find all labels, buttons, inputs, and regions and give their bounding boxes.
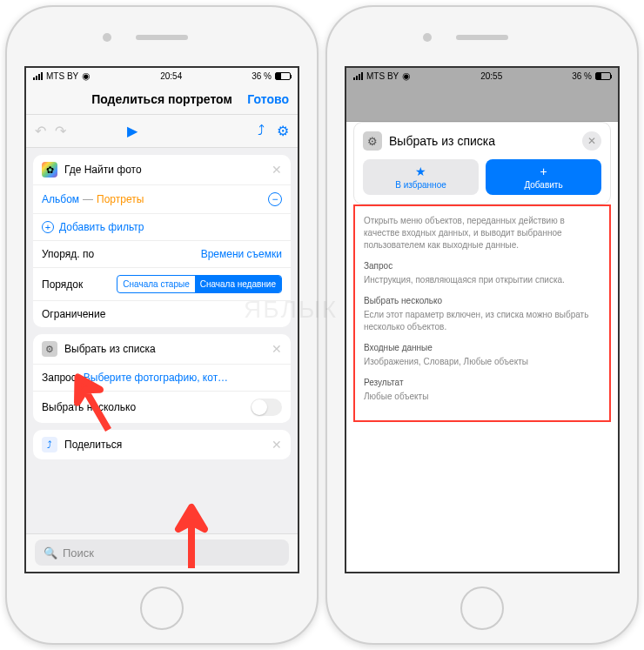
content-area[interactable]: ✿ Где Найти фото ✕ Альбом — Портреты − +… bbox=[26, 148, 298, 533]
status-bar: MTS BY ◉ 20:54 36 % bbox=[26, 68, 298, 84]
info-text: Изображения, Словари, Любые объекты bbox=[364, 357, 528, 366]
screen-right: MTS BY ◉ 20:55 36 % ⚙ Выбрать из списка … bbox=[345, 66, 620, 573]
add-button[interactable]: + Добавить bbox=[486, 159, 601, 195]
toolbar: ↶ ↷ ▶ ⤴ ⚙ bbox=[26, 115, 298, 148]
phone-camera bbox=[103, 33, 111, 42]
info-panel: ⚙ Выбрать из списка ✕ ★ В избранное + До… bbox=[353, 122, 611, 204]
order-segmented[interactable]: Сначала старые Сначала недавние bbox=[117, 275, 282, 293]
battery-percent: 36 % bbox=[252, 71, 272, 81]
phone-camera bbox=[423, 33, 432, 42]
settings-toggle-icon[interactable]: ⚙ bbox=[277, 123, 289, 139]
sort-by-value: Времени съемки bbox=[201, 248, 282, 260]
info-heading: Запрос bbox=[364, 260, 600, 272]
sort-by-label: Упоряд. по bbox=[42, 248, 94, 260]
star-icon: ★ bbox=[415, 164, 426, 178]
close-icon[interactable]: ✕ bbox=[582, 131, 601, 151]
close-icon[interactable]: ✕ bbox=[272, 438, 282, 452]
panel-title: Выбрать из списка bbox=[389, 134, 582, 148]
play-icon[interactable]: ▶ bbox=[127, 123, 138, 139]
share-icon: ⤴ bbox=[42, 437, 57, 452]
close-icon[interactable]: ✕ bbox=[272, 342, 282, 356]
plus-icon: + bbox=[42, 221, 54, 233]
info-description: Открыть меню объектов, переданных действ… bbox=[364, 215, 600, 251]
photos-icon: ✿ bbox=[42, 162, 57, 178]
order-row: Порядок Сначала старые Сначала недавние bbox=[33, 268, 291, 301]
album-row[interactable]: Альбом — Портреты − bbox=[33, 185, 291, 214]
select-multiple-toggle[interactable] bbox=[251, 399, 282, 416]
panel-tabs: ★ В избранное + Добавить bbox=[354, 159, 610, 204]
share-icon[interactable]: ⤴ bbox=[258, 123, 265, 139]
phone-speaker bbox=[136, 35, 188, 40]
album-value: Портреты bbox=[97, 193, 144, 205]
add-filter-label: Добавить фильтр bbox=[59, 221, 144, 233]
info-text: Инструкция, появляющаяся при открытии сп… bbox=[364, 275, 565, 285]
nav-bar: Поделиться портретом Готово bbox=[26, 84, 298, 115]
info-text: Если этот параметр включен, из списка мо… bbox=[364, 310, 588, 332]
plus-icon: + bbox=[540, 164, 547, 178]
carrier-label: MTS BY bbox=[46, 71, 78, 81]
find-photos-card: ✿ Где Найти фото ✕ Альбом — Портреты − +… bbox=[33, 155, 291, 327]
sort-by-row[interactable]: Упоряд. по Времени съемки bbox=[33, 241, 291, 268]
add-label: Добавить bbox=[524, 180, 562, 190]
info-text: Любые объекты bbox=[364, 392, 428, 401]
search-icon: 🔍 bbox=[44, 546, 57, 560]
search-bar: 🔍 Поиск bbox=[26, 533, 298, 572]
search-placeholder: Поиск bbox=[63, 546, 94, 560]
limit-row[interactable]: Ограничение bbox=[33, 301, 291, 327]
done-button[interactable]: Готово bbox=[247, 92, 289, 106]
status-time: 20:54 bbox=[160, 71, 182, 81]
gear-icon: ⚙ bbox=[42, 341, 57, 357]
order-oldest[interactable]: Сначала старые bbox=[117, 276, 194, 292]
album-label: Альбом bbox=[42, 193, 79, 205]
home-button[interactable] bbox=[140, 586, 184, 630]
gear-icon: ⚙ bbox=[363, 131, 382, 151]
remove-icon[interactable]: − bbox=[268, 192, 282, 206]
screen-left: MTS BY ◉ 20:54 36 % Поделиться портретом… bbox=[24, 66, 299, 573]
card-title: Выбрать из списка bbox=[64, 343, 272, 355]
phone-right: MTS BY ◉ 20:55 36 % ⚙ Выбрать из списка … bbox=[325, 5, 639, 645]
phone-left: MTS BY ◉ 20:54 36 % Поделиться портретом… bbox=[5, 5, 319, 645]
page-title: Поделиться портретом bbox=[91, 92, 232, 106]
home-button[interactable] bbox=[460, 586, 504, 630]
info-heading: Выбрать несколько bbox=[364, 295, 600, 307]
phone-speaker bbox=[456, 35, 508, 40]
modal-overlay[interactable]: ⚙ Выбрать из списка ✕ ★ В избранное + До… bbox=[346, 68, 618, 572]
close-icon[interactable]: ✕ bbox=[272, 163, 282, 177]
add-filter-row[interactable]: + Добавить фильтр bbox=[33, 214, 291, 241]
card-title: Где Найти фото bbox=[64, 164, 272, 176]
battery-icon bbox=[275, 72, 291, 80]
annotation-arrow bbox=[170, 503, 213, 573]
favorite-label: В избранное bbox=[395, 180, 446, 190]
info-heading: Входные данные bbox=[364, 342, 600, 354]
order-label: Порядок bbox=[42, 278, 83, 291]
signal-icon bbox=[33, 72, 43, 80]
info-box: Открыть меню объектов, переданных действ… bbox=[353, 204, 611, 422]
redo-icon[interactable]: ↷ bbox=[55, 123, 66, 139]
order-newest[interactable]: Сначала недавние bbox=[195, 276, 281, 292]
wifi-icon: ◉ bbox=[82, 70, 91, 82]
favorite-button[interactable]: ★ В избранное bbox=[363, 159, 479, 195]
info-heading: Результат bbox=[364, 377, 600, 389]
limit-label: Ограничение bbox=[42, 308, 105, 320]
search-input[interactable]: 🔍 Поиск bbox=[35, 539, 289, 566]
undo-icon[interactable]: ↶ bbox=[35, 123, 46, 139]
share-card: ⤴ Поделиться ✕ bbox=[33, 430, 291, 459]
